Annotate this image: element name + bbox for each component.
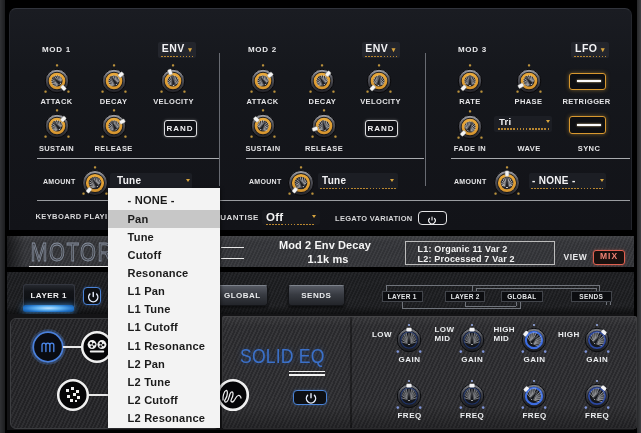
svg-text:MOTOR: MOTOR	[30, 238, 114, 266]
